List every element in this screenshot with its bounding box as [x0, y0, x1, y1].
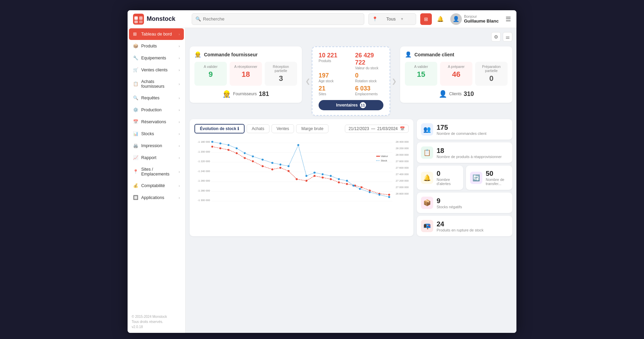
hamburger-menu-icon[interactable]: ☰	[506, 15, 511, 23]
alertes-info: 0 Nombre d'alertes	[437, 170, 459, 186]
stat-rupture-stock[interactable]: 📭 24 Produits en rupture de stock	[417, 216, 512, 236]
sidebar-item-applications[interactable]: 🔲 Applications ›	[129, 192, 184, 203]
tab-marge-brute[interactable]: Marge brute	[296, 124, 328, 133]
sidebar-item-sites-emplacements[interactable]: 📍 Sites / Emplacements ›	[129, 164, 184, 180]
products-stat: 10 221 Produits	[319, 52, 347, 70]
sidebar-label-sites-emplacements: Sites / Emplacements	[141, 167, 176, 176]
svg-point-57	[272, 162, 274, 164]
reapprovisionnement-label: Nombre de produits à réapprovisionner	[437, 155, 502, 159]
filter-icon[interactable]: ⚌	[503, 32, 512, 42]
sidebar-item-production[interactable]: ⚙️ Production ›	[129, 104, 184, 116]
settings-icon[interactable]: ⚙	[491, 32, 501, 42]
stat-value-valider: 9	[199, 70, 223, 79]
transferts-icon: 🔄	[470, 172, 482, 184]
client-label-valider: A valider	[409, 65, 433, 69]
client-value-preparer: 46	[444, 70, 468, 79]
sidebar-item-rapport[interactable]: 📈 Rapport ›	[129, 152, 184, 164]
svg-point-49	[388, 194, 390, 196]
sidebar-icon-equipements: 🔧	[133, 55, 138, 61]
tab-evolution-stock[interactable]: Évolution de stock ℹ	[194, 124, 245, 133]
client-stat-partielle[interactable]: Préparation partielle 0	[475, 62, 508, 86]
svg-text:Valeur: Valeur	[381, 155, 388, 158]
svg-text:28 000 000: 28 000 000	[396, 153, 409, 156]
stat-value-partielle: 3	[269, 74, 293, 83]
sidebar-chevron-reservations: ›	[179, 120, 180, 124]
supplier-stat-partielle[interactable]: Réception partielle 3	[265, 62, 297, 86]
svg-text:27 800 000: 27 800 000	[396, 160, 409, 163]
app-icon-button[interactable]: ⊞	[420, 13, 432, 25]
sidebar-icon-comptabilite: 💰	[133, 183, 138, 188]
sidebar-chevron-requetes: ›	[179, 96, 180, 100]
copyright-text: © 2015-2024 Monstock Tous droits réservé…	[132, 314, 181, 329]
sidebar-item-requetes[interactable]: 🔍 Requêtes ›	[129, 92, 184, 104]
chart-area: -1 180 000 -1 200 000 -1 220 000 -1 240 …	[194, 137, 409, 210]
svg-point-32	[244, 157, 246, 159]
sidebar-item-equipements[interactable]: 🔧 Equipements ›	[129, 52, 184, 64]
sidebar-item-produits[interactable]: 📦 Produits ›	[129, 40, 184, 52]
tab-achats[interactable]: Achats	[247, 124, 269, 133]
search-input[interactable]	[203, 16, 361, 22]
reapprovisionnement-info: 18 Nombre de produits à réapprovisionner	[437, 147, 502, 159]
app-name: Monstock	[147, 15, 175, 23]
left-nav-arrow[interactable]: ❮	[305, 77, 310, 85]
commandes-value: 175	[437, 124, 486, 131]
search-bar[interactable]: 🔍	[192, 13, 364, 25]
stat-reapprovisionnement[interactable]: 📋 18 Nombre de produits à réapprovisionn…	[417, 142, 512, 163]
tab-ventes[interactable]: Ventes	[272, 124, 294, 133]
client-stat-preparer[interactable]: A préparer 46	[440, 62, 472, 86]
client-label-partielle: Préparation partielle	[479, 65, 503, 73]
notification-bell-icon[interactable]: 🔔	[435, 13, 446, 25]
svg-text:27 400 000: 27 400 000	[396, 173, 409, 176]
stock-value-stat: 26 429 722 Valeur du stock	[355, 52, 383, 70]
svg-rect-3	[134, 20, 138, 23]
avatar: 👤	[450, 13, 462, 25]
sidebar-icon-ventes-clients: 🛒	[133, 67, 138, 73]
supplier-stat-valider[interactable]: A valider 9	[194, 62, 227, 86]
stat-transferts[interactable]: 🔄 50 Nombre de transfer...	[466, 166, 512, 190]
topbar: Monstock 🔍 📍 Tous ▼ ⊞ 🔔 👤 Bonjour Guilla…	[128, 10, 516, 28]
sidebar-item-tableau-de-bord[interactable]: ⊞ Tableau de bord ›	[129, 28, 184, 40]
sidebar-chevron-sites-emplacements: ›	[179, 170, 180, 174]
sidebar-chevron-equipements: ›	[179, 56, 180, 60]
chart-tabs: Évolution de stock ℹ Achats Ventes Marge…	[194, 124, 409, 133]
svg-text:-1 240 000: -1 240 000	[197, 170, 210, 173]
transferts-label: Nombre de transfer...	[486, 178, 508, 186]
age-stock-value: 197	[319, 72, 347, 79]
sidebar-icon-rapport: 📈	[133, 155, 138, 160]
right-nav-arrow[interactable]: ❯	[392, 77, 397, 85]
content-area: ⚙ ⚌ 👷 Commande fournisseur A valider	[186, 28, 516, 333]
supplier-card-header: 👷 Commande fournisseur	[194, 51, 297, 58]
sidebar-item-comptabilite[interactable]: 💰 Comptabilité ›	[129, 180, 184, 192]
svg-point-58	[279, 164, 281, 166]
commandes-info: 175 Nombre de commandes client	[437, 124, 486, 136]
sidebar: ⊞ Tableau de bord › 📦 Produits › 🔧 Equip…	[128, 28, 186, 333]
stocks-negatifs-info: 9 Stocks négatifs	[437, 197, 462, 209]
location-dropdown[interactable]: 📍 Tous ▼	[368, 13, 416, 25]
stat-alertes[interactable]: 🔔 0 Nombre d'alertes	[417, 166, 463, 190]
transferts-info: 50 Nombre de transfer...	[486, 170, 508, 186]
svg-point-36	[279, 167, 281, 169]
svg-text:-1 220 000: -1 220 000	[197, 160, 210, 163]
stat-commandes-client[interactable]: 👥 175 Nombre de commandes client	[417, 119, 512, 140]
sidebar-item-impression[interactable]: 🖨️ Impression ›	[129, 140, 184, 152]
sidebar-item-achats-fournisseurs[interactable]: 📋 Achats fournisseurs ›	[129, 76, 184, 92]
sidebar-item-ventes-clients[interactable]: 🛒 Ventes clients ›	[129, 64, 184, 76]
sidebar-footer: © 2015-2024 Monstock Tous droits réservé…	[128, 311, 185, 333]
stat-stocks-negatifs[interactable]: 📦 9 Stocks négatifs	[417, 193, 512, 213]
svg-point-44	[346, 183, 348, 185]
sidebar-label-achats-fournisseurs: Achats fournisseurs	[141, 79, 176, 89]
sidebar-item-reservations[interactable]: 📅 Réservations ›	[129, 116, 184, 128]
chart-date-from: 21/12/2023	[349, 126, 369, 131]
main-layout: ⊞ Tableau de bord › 📦 Produits › 🔧 Equip…	[128, 28, 516, 333]
client-label-preparer: A préparer	[444, 65, 468, 69]
sidebar-label-requetes: Requêtes	[141, 96, 176, 100]
center-row-3: 21 Sites 6 033 Emplacements	[319, 85, 383, 96]
sidebar-chevron-impression: ›	[179, 144, 180, 148]
stat-card-row-1: 🔔 0 Nombre d'alertes 🔄 50 Nom	[417, 166, 512, 190]
commandes-icon: 👥	[421, 123, 433, 136]
supplier-stat-receptionner[interactable]: A réceptionner 18	[230, 62, 262, 86]
inventaires-button[interactable]: Inventaires 11	[319, 100, 383, 110]
client-stat-valider[interactable]: A valider 15	[405, 62, 437, 86]
sidebar-item-stocks[interactable]: 📊 Stocks ›	[129, 128, 184, 140]
chart-date-range[interactable]: 21/12/2023 — 21/03/2024 📅	[345, 125, 409, 133]
